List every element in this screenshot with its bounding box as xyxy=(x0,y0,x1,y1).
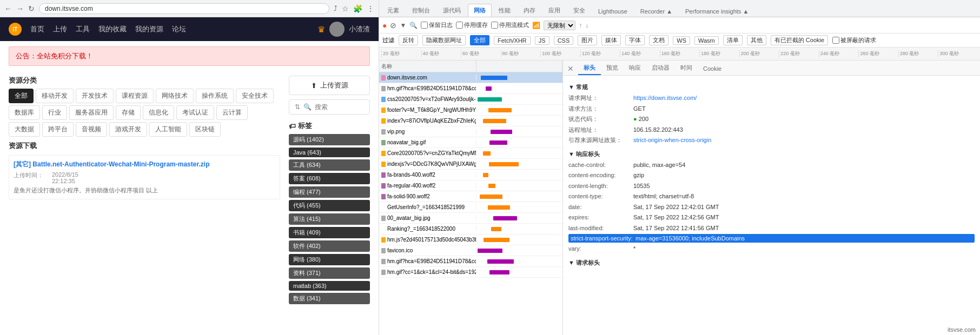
category-btn-移动开发[interactable]: 移动开发 xyxy=(36,89,74,103)
tag-item[interactable]: Java (643) xyxy=(289,148,370,157)
tag-item[interactable]: 资料 (371) xyxy=(289,267,370,279)
network-row[interactable]: indexjs?v=DDcG7K8QwVNPjUXAWgZpIpf9pVq8Hi… xyxy=(379,159,562,170)
category-btn-区块链[interactable]: 区块链 xyxy=(189,122,221,137)
category-btn-课程资源[interactable]: 课程资源 xyxy=(116,89,154,103)
stream-mode-checkbox[interactable]: 停用流模式 xyxy=(491,21,529,29)
nav-resources[interactable]: 我的资源 xyxy=(135,24,163,34)
share-icon[interactable]: ⤴ xyxy=(334,4,337,12)
filter-all[interactable]: 全部 xyxy=(470,35,489,45)
blocked-requests-checkbox[interactable]: 被屏蔽的请求 xyxy=(832,36,876,44)
filter-fetch-xhr[interactable]: Fetch/XHR xyxy=(494,36,531,45)
tag-item[interactable]: 书籍 (409) xyxy=(289,227,370,238)
network-row[interactable]: favicon.ico xyxy=(379,245,562,256)
category-btn-大数据[interactable]: 大数据 xyxy=(9,122,40,137)
disable-cache-checkbox[interactable]: 停用缓存 xyxy=(456,21,488,29)
filter-js[interactable]: JS xyxy=(535,36,549,45)
star-icon[interactable]: ☆ xyxy=(342,4,349,13)
category-btn-音视频[interactable]: 音视频 xyxy=(76,122,107,137)
network-row[interactable]: Core20200705?v=cnZGYaTktQmyMMzLAltwxkFeP… xyxy=(379,148,562,159)
devtools-tab-Lighthouse[interactable]: Lighthouse xyxy=(592,5,633,17)
address-bar[interactable]: down.itsvse.com xyxy=(39,3,329,14)
upload-button[interactable]: ⬆ 上传资源 xyxy=(289,76,370,95)
tag-item[interactable]: 代码 (455) xyxy=(289,200,370,211)
network-row[interactable]: hm.gif?cc=1&ck=1&cl=24-bit&ds=1920x1080&… xyxy=(379,267,562,278)
devtools-tab-Recorder ▲[interactable]: Recorder ▲ xyxy=(634,5,678,17)
devtools-tab-Performance insights ▲[interactable]: Performance insights ▲ xyxy=(679,5,754,17)
throttle-select[interactable]: 无限制 xyxy=(544,21,575,30)
tab-preview[interactable]: 预览 xyxy=(601,62,624,75)
devtools-tab-应用[interactable]: 应用 xyxy=(542,4,566,17)
preserve-log-checkbox[interactable]: 保留日志 xyxy=(421,21,453,29)
nav-home[interactable]: 首页 xyxy=(30,24,44,34)
filter-reverse[interactable]: 反转 xyxy=(399,35,418,45)
category-btn-安全技术[interactable]: 安全技术 xyxy=(236,89,274,103)
category-btn-网络技术[interactable]: 网络技术 xyxy=(156,89,194,103)
nav-upload[interactable]: 上传 xyxy=(53,24,67,34)
filter-wasm[interactable]: Wasm xyxy=(694,36,719,45)
tag-item[interactable]: 网络 (380) xyxy=(289,254,370,265)
category-btn-云计算[interactable]: 云计算 xyxy=(216,105,248,120)
devtools-tab-安全[interactable]: 安全 xyxy=(567,4,591,17)
devtools-tab-网络[interactable]: 网络 xyxy=(468,4,492,17)
filter-has-overrides[interactable]: 有已拦截的 Cookie xyxy=(771,35,828,45)
network-row[interactable]: noavatar_big.gif xyxy=(379,137,562,148)
network-row[interactable]: css20200705?v=xT2oFWAry93ouljk-3oSGkVoud… xyxy=(379,94,562,105)
category-btn-人工智能[interactable]: 人工智能 xyxy=(149,122,187,137)
devtools-tab-源代码[interactable]: 源代码 xyxy=(437,4,467,17)
nav-tools[interactable]: 工具 xyxy=(76,24,90,34)
network-row[interactable]: hm.gif?hca=E99B24D511941D78&cc=1&ck=1&cl… xyxy=(379,256,562,267)
tab-cookies[interactable]: Cookie xyxy=(698,63,727,75)
nav-favorites[interactable]: 我的收藏 xyxy=(98,24,127,34)
network-row[interactable]: 00_avatar_big.jpg xyxy=(379,213,562,224)
tab-timing[interactable]: 时间 xyxy=(675,62,698,75)
category-btn-游戏开发[interactable]: 游戏开发 xyxy=(109,122,147,137)
tab-headers[interactable]: 标头 xyxy=(578,62,601,75)
category-btn-开发技术[interactable]: 开发技术 xyxy=(76,89,114,103)
filter-manifest[interactable]: 清单 xyxy=(723,35,743,45)
clear-button[interactable]: ⊘ xyxy=(390,21,396,30)
category-btn-考试认证[interactable]: 考试认证 xyxy=(176,105,214,120)
record-button[interactable]: ● xyxy=(382,21,387,30)
filter-other[interactable]: 其他 xyxy=(747,35,766,45)
devtools-tab-性能[interactable]: 性能 xyxy=(493,4,517,17)
tag-item[interactable]: 源码 (1402) xyxy=(289,134,370,145)
tag-item[interactable]: 软件 (402) xyxy=(289,240,370,252)
filter-hide-data[interactable]: 隐藏数据网址 xyxy=(422,35,466,45)
filter-media[interactable]: 媒体 xyxy=(601,35,621,45)
devtools-tab-元素[interactable]: 元素 xyxy=(381,4,405,17)
tag-item[interactable]: 答案 (608) xyxy=(289,173,370,184)
refresh-btn[interactable]: ↻ xyxy=(28,4,35,13)
search-input[interactable] xyxy=(315,103,358,111)
nav-forum[interactable]: 论坛 xyxy=(172,24,186,34)
tag-item[interactable]: 工具 (634) xyxy=(289,159,370,171)
network-row[interactable]: Ranking?_=1663418522000 xyxy=(379,224,562,234)
category-btn-服务器应用[interactable]: 服务器应用 xyxy=(69,105,114,120)
network-row[interactable]: fa-brands-400.woff2 xyxy=(379,170,562,180)
search-icon[interactable]: 🔍 xyxy=(409,22,418,29)
devtools-tab-控制台[interactable]: 控制台 xyxy=(406,4,436,17)
menu-icon[interactable]: ⋮ xyxy=(367,4,374,13)
category-btn-信息化[interactable]: 信息化 xyxy=(143,105,174,120)
puzzle-icon[interactable]: 🧩 xyxy=(353,4,362,13)
forward-btn[interactable]: → xyxy=(16,4,24,13)
tag-item[interactable]: 算法 (415) xyxy=(289,213,370,225)
close-details-button[interactable]: ✕ xyxy=(563,62,578,75)
network-row[interactable]: footer?v=M_T6k8GpY_NrgWUfHh9YgLEUnLq_YeM… xyxy=(379,105,562,116)
resource-title[interactable]: [其它] Battle.net-Authenticator-Wechat-Min… xyxy=(14,160,275,169)
network-row[interactable]: hm.js?e2d450175713d50dc45043b3f7132d36 xyxy=(379,234,562,245)
tag-item[interactable]: 编程 (477) xyxy=(289,186,370,198)
filter-css[interactable]: CSS xyxy=(554,36,574,45)
tab-response[interactable]: 响应 xyxy=(624,62,646,75)
network-row[interactable]: fa-regular-400.woff2 xyxy=(379,180,562,191)
tab-initiator[interactable]: 启动器 xyxy=(646,62,675,75)
category-btn-行业[interactable]: 行业 xyxy=(42,105,67,120)
network-row[interactable]: hm.gif?hca=E99B24D511941D78&cc=1&ck=1&cl… xyxy=(379,83,562,94)
devtools-tab-内存[interactable]: 内存 xyxy=(518,4,541,17)
network-row[interactable]: fa-solid-900.woff2 xyxy=(379,191,562,202)
tag-item[interactable]: 数据 (341) xyxy=(289,293,370,304)
back-btn[interactable]: ← xyxy=(4,4,12,13)
category-btn-存储[interactable]: 存储 xyxy=(116,105,141,120)
category-btn-全部[interactable]: 全部 xyxy=(9,89,34,103)
network-row[interactable]: vip.png xyxy=(379,126,562,137)
network-row[interactable]: down.itsvse.com xyxy=(379,72,562,83)
